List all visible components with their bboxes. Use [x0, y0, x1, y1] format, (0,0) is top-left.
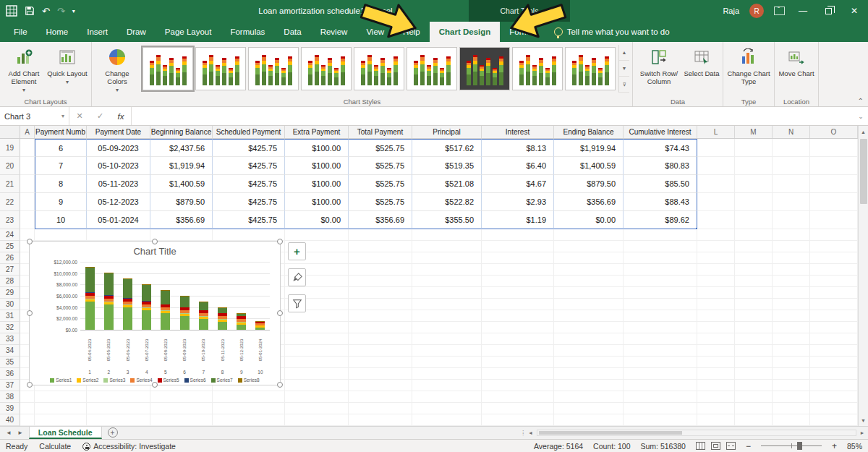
ribbon-display-options-icon[interactable] — [774, 7, 785, 15]
cell[interactable]: $1,400.59 — [554, 157, 624, 175]
cell[interactable] — [554, 229, 624, 241]
cell[interactable] — [412, 299, 482, 310]
cell[interactable] — [697, 139, 735, 157]
cell[interactable] — [349, 391, 412, 403]
cell[interactable] — [412, 264, 482, 276]
move-chart-button[interactable]: Move Chart — [778, 45, 815, 94]
bar-segment-series3[interactable] — [180, 313, 190, 314]
chart-style-thumbnail[interactable] — [195, 47, 246, 90]
cell[interactable] — [697, 322, 735, 333]
cell[interactable] — [412, 333, 482, 345]
cell[interactable] — [624, 368, 697, 380]
row-header[interactable]: 39 — [0, 403, 20, 414]
cell[interactable] — [554, 414, 624, 426]
cell[interactable] — [810, 229, 858, 241]
row-header[interactable]: 22 — [0, 193, 20, 211]
cell[interactable] — [624, 380, 697, 391]
tab-chart-design[interactable]: Chart Design — [430, 22, 501, 42]
cell[interactable] — [482, 403, 554, 414]
bar-segment-series3[interactable] — [142, 307, 151, 308]
tab-formulas[interactable]: Formulas — [221, 22, 274, 42]
bar-segment-series8[interactable] — [199, 302, 208, 302]
cell[interactable] — [624, 322, 697, 333]
chart-plot-area[interactable] — [80, 262, 270, 330]
cell[interactable] — [810, 264, 858, 276]
cell[interactable] — [482, 310, 554, 322]
bar-segment-series2[interactable] — [161, 311, 170, 313]
cell[interactable] — [150, 229, 213, 241]
cell[interactable] — [624, 403, 697, 414]
horizontal-scroll-track[interactable] — [537, 430, 856, 436]
cell[interactable] — [349, 414, 412, 426]
cell[interactable] — [697, 229, 735, 241]
cell[interactable] — [482, 391, 554, 403]
undo-icon[interactable]: ↶ — [42, 6, 50, 17]
cell[interactable]: $1.19 — [482, 211, 554, 229]
avatar[interactable]: R — [749, 4, 764, 18]
cell[interactable] — [20, 403, 35, 414]
cell[interactable] — [810, 175, 858, 193]
cell[interactable] — [773, 299, 810, 310]
row-header[interactable]: 26 — [0, 252, 20, 264]
cell[interactable] — [482, 345, 554, 357]
cell[interactable] — [697, 276, 735, 287]
bar-segment-series8[interactable] — [104, 273, 114, 273]
cell[interactable]: $517.62 — [412, 139, 482, 157]
bar-segment-series1[interactable] — [142, 310, 151, 330]
cell[interactable] — [697, 403, 735, 414]
row-header[interactable]: 38 — [0, 391, 20, 403]
cell[interactable] — [213, 391, 285, 403]
row-header[interactable]: 24 — [0, 229, 20, 241]
cell[interactable] — [810, 299, 858, 310]
cell[interactable] — [412, 287, 482, 299]
cell[interactable] — [412, 357, 482, 368]
gallery-more-icon[interactable]: ⊽ — [619, 77, 629, 93]
cell[interactable] — [349, 241, 412, 252]
cell[interactable] — [773, 333, 810, 345]
chart-style-thumbnail[interactable] — [565, 47, 616, 90]
cell[interactable]: $1,919.94 — [554, 139, 624, 157]
cell[interactable] — [697, 391, 735, 403]
sheet-tab-loan-schedule[interactable]: Loan Schedule — [29, 427, 102, 439]
chart-style-thumbnail[interactable] — [354, 47, 404, 90]
gallery-scroll-down-icon[interactable]: ▼ — [619, 61, 629, 77]
cell[interactable]: $879.50 — [150, 193, 213, 211]
bar-segment-series4[interactable] — [199, 313, 208, 316]
cell[interactable] — [810, 241, 858, 252]
cell[interactable] — [810, 193, 858, 211]
bar-segment-series2[interactable] — [142, 308, 151, 310]
bar-segment-series7[interactable] — [199, 302, 208, 310]
cell[interactable] — [285, 345, 349, 357]
cell[interactable]: $1,919.94 — [150, 157, 213, 175]
column-header[interactable]: Principal — [412, 126, 482, 138]
tab-draw[interactable]: Draw — [117, 22, 156, 42]
legend-item[interactable]: Series7 — [211, 378, 233, 383]
cell[interactable] — [697, 211, 735, 229]
cell[interactable] — [810, 380, 858, 391]
cell[interactable] — [349, 229, 412, 241]
bar-segment-series4[interactable] — [218, 316, 227, 319]
row-header[interactable]: 35 — [0, 357, 20, 368]
cell[interactable] — [810, 403, 858, 414]
select-data-button[interactable]: Select Data — [684, 45, 720, 94]
cell[interactable]: $100.00 — [285, 175, 349, 193]
cell[interactable] — [349, 403, 412, 414]
cell[interactable] — [87, 229, 150, 241]
name-box-dropdown-icon[interactable]: ▾ — [61, 113, 64, 119]
cell[interactable] — [554, 391, 624, 403]
cell[interactable] — [810, 139, 858, 157]
cell[interactable]: $425.75 — [213, 139, 285, 157]
normal-view-icon[interactable] — [696, 442, 705, 450]
save-icon[interactable] — [25, 6, 35, 16]
cell[interactable] — [349, 345, 412, 357]
restore-button[interactable] — [825, 8, 832, 14]
bar-segment-series2[interactable] — [123, 305, 132, 307]
cell[interactable]: $6.40 — [482, 157, 554, 175]
bar-segment-series5[interactable] — [85, 293, 95, 296]
cell[interactable] — [349, 380, 412, 391]
fill-handle[interactable] — [695, 227, 697, 229]
cell[interactable] — [735, 414, 773, 426]
cell[interactable] — [482, 380, 554, 391]
cell[interactable] — [773, 157, 810, 175]
bar-segment-series7[interactable] — [104, 273, 114, 295]
